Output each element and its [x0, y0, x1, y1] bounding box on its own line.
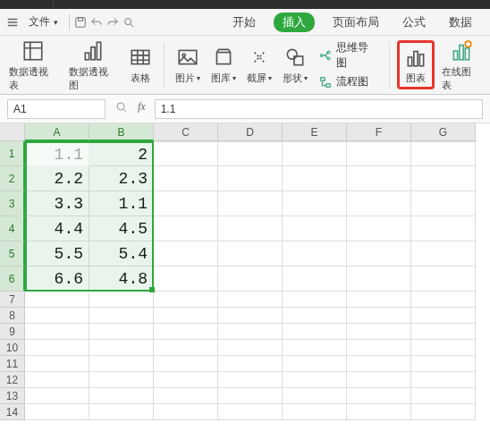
cell[interactable]	[283, 324, 347, 340]
row-head-2[interactable]: 2	[0, 166, 25, 191]
col-head-E[interactable]: E	[283, 123, 347, 141]
cell[interactable]	[25, 356, 89, 372]
cell[interactable]	[154, 166, 218, 191]
cell[interactable]	[283, 166, 347, 191]
fx-label[interactable]: fx	[138, 100, 146, 117]
row-head-6[interactable]: 6	[0, 266, 25, 292]
cell[interactable]	[283, 216, 347, 241]
cell[interactable]	[154, 141, 218, 166]
cell[interactable]: 6.6	[25, 266, 89, 292]
cell[interactable]	[411, 216, 476, 241]
col-head-A[interactable]: A	[25, 123, 89, 141]
cell[interactable]	[89, 324, 154, 340]
cell[interactable]	[218, 191, 283, 216]
screenshot-button[interactable]: 截屏▾	[243, 43, 275, 87]
undo-icon[interactable]	[89, 15, 104, 30]
cell[interactable]	[283, 308, 347, 324]
cell[interactable]	[347, 266, 411, 292]
cell[interactable]	[218, 356, 283, 372]
cell[interactable]: 5.5	[25, 241, 89, 266]
cell[interactable]	[218, 388, 283, 404]
cell[interactable]	[283, 388, 347, 404]
zoom-icon[interactable]	[114, 100, 129, 117]
spreadsheet-grid[interactable]: ABCDEFG 1234567891011121314 1.122.22.33.…	[0, 123, 490, 447]
pivot-table-button[interactable]: 数据透视表	[5, 37, 62, 94]
cell[interactable]: 3.3	[25, 191, 89, 216]
cell[interactable]	[347, 191, 411, 216]
tab-start[interactable]: 开始	[227, 13, 261, 32]
cell[interactable]	[89, 308, 154, 324]
cell[interactable]	[347, 308, 411, 324]
cell[interactable]	[283, 292, 347, 308]
row-head-13[interactable]: 13	[0, 388, 25, 404]
flowchart-button[interactable]: 流程图	[318, 74, 378, 89]
col-head-D[interactable]: D	[218, 123, 283, 141]
cell[interactable]	[154, 372, 218, 388]
name-box[interactable]: A1	[7, 99, 106, 119]
cell[interactable]	[283, 191, 347, 216]
cell[interactable]	[218, 324, 283, 340]
cell[interactable]	[25, 292, 89, 308]
cell[interactable]	[283, 404, 347, 420]
cell[interactable]	[283, 266, 347, 292]
cell[interactable]	[154, 356, 218, 372]
tab-data[interactable]: 数据	[444, 13, 477, 32]
cell[interactable]	[154, 404, 218, 420]
cell[interactable]	[347, 292, 411, 308]
cell[interactable]	[25, 404, 89, 420]
cell[interactable]	[347, 216, 411, 241]
shapes-button[interactable]: 形状▾	[279, 43, 311, 87]
cell[interactable]	[411, 191, 476, 216]
cell[interactable]	[25, 388, 89, 404]
cell[interactable]	[411, 241, 476, 266]
cell[interactable]: 4.5	[89, 216, 154, 241]
gallery-button[interactable]: 图库▾	[207, 43, 240, 87]
cell[interactable]	[154, 308, 218, 324]
cell[interactable]	[154, 388, 218, 404]
pivot-chart-button[interactable]: 数据透视图	[65, 37, 122, 94]
cell[interactable]	[347, 356, 411, 372]
cell[interactable]	[218, 340, 283, 356]
row-head-12[interactable]: 12	[0, 372, 25, 388]
tab-formula[interactable]: 公式	[397, 13, 431, 32]
cell[interactable]	[283, 340, 347, 356]
cell[interactable]	[347, 324, 411, 340]
row-head-10[interactable]: 10	[0, 340, 25, 356]
formula-bar[interactable]: 1.1	[155, 99, 483, 119]
col-head-C[interactable]: C	[154, 123, 218, 141]
row-head-1[interactable]: 1	[0, 141, 25, 166]
redo-icon[interactable]	[106, 15, 120, 30]
row-head-14[interactable]: 14	[0, 404, 25, 420]
cell[interactable]	[411, 340, 476, 356]
cell[interactable]	[218, 404, 283, 420]
cell[interactable]	[347, 372, 411, 388]
cell[interactable]: 2.3	[89, 166, 154, 191]
save-icon[interactable]	[73, 15, 88, 30]
cell[interactable]	[283, 241, 347, 266]
col-head-B[interactable]: B	[89, 123, 154, 141]
cell[interactable]	[283, 372, 347, 388]
cell[interactable]	[411, 388, 476, 404]
tab-insert[interactable]: 插入	[274, 13, 315, 32]
cell[interactable]	[154, 241, 218, 266]
hamburger-icon[interactable]	[5, 15, 20, 30]
cell[interactable]	[89, 356, 154, 372]
col-head-G[interactable]: G	[411, 123, 476, 141]
cell[interactable]	[218, 308, 283, 324]
cell[interactable]	[283, 141, 347, 166]
cell[interactable]	[218, 372, 283, 388]
cell[interactable]	[25, 340, 89, 356]
chart-button[interactable]: 图表	[397, 40, 435, 89]
cell[interactable]	[411, 266, 476, 292]
cell[interactable]	[411, 292, 476, 308]
cell[interactable]	[218, 266, 283, 292]
cell[interactable]: 2	[89, 141, 154, 166]
cell[interactable]	[283, 356, 347, 372]
cell[interactable]	[218, 141, 283, 166]
cell[interactable]: 4.8	[89, 266, 154, 292]
row-head-5[interactable]: 5	[0, 241, 25, 266]
cell[interactable]	[411, 141, 476, 166]
cell[interactable]	[411, 372, 476, 388]
cell[interactable]	[218, 216, 283, 241]
cell[interactable]: 2.2	[25, 166, 89, 191]
